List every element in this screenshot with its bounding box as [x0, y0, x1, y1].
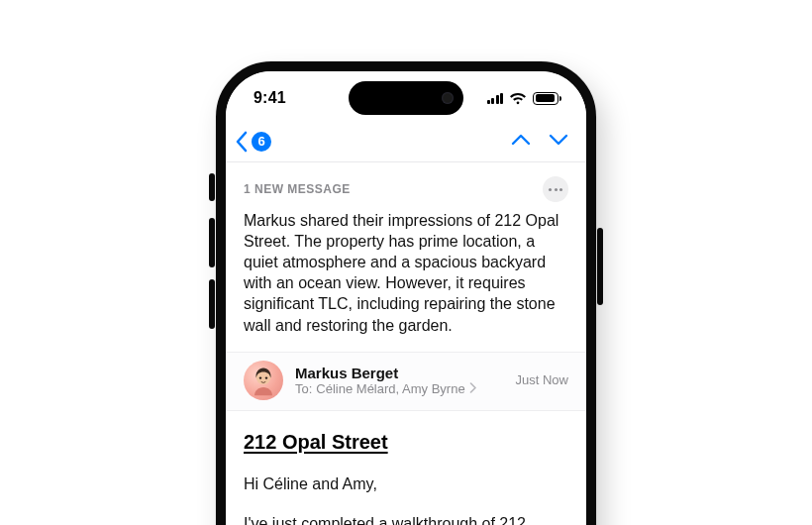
- sender-card[interactable]: Markus Berget To: Céline Mélard, Amy Byr…: [226, 352, 586, 411]
- email-body: 212 Opal Street Hi Céline and Amy, I've …: [226, 411, 586, 525]
- svg-point-2: [265, 376, 267, 378]
- mute-switch: [209, 173, 215, 201]
- message-content[interactable]: 1 NEW MESSAGE Markus shared their impres…: [226, 162, 586, 525]
- nav-bar: 6: [226, 121, 586, 162]
- volume-down-button: [209, 279, 215, 329]
- next-message-button[interactable]: [549, 133, 568, 151]
- summary-text: Markus shared their impressions of 212 O…: [244, 210, 568, 336]
- sender-name: Markus Berget: [295, 365, 504, 381]
- status-bar: 9:41: [226, 83, 586, 113]
- back-button[interactable]: [232, 128, 250, 156]
- power-button: [597, 228, 603, 305]
- avatar[interactable]: [244, 361, 283, 400]
- cellular-icon: [487, 92, 504, 104]
- recipients-row[interactable]: To: Céline Mélard, Amy Byrne: [295, 381, 504, 396]
- phone-frame: 9:41 6: [216, 61, 596, 525]
- screen: 9:41 6: [226, 71, 586, 525]
- to-label: To:: [295, 381, 312, 396]
- recipients: Céline Mélard, Amy Byrne: [316, 381, 464, 396]
- summary-label: 1 NEW MESSAGE: [244, 182, 351, 196]
- email-greeting: Hi Céline and Amy,: [244, 473, 568, 495]
- unread-badge[interactable]: 6: [252, 132, 271, 152]
- chevron-right-icon: [469, 381, 476, 396]
- volume-up-button: [209, 218, 215, 267]
- battery-icon: [533, 92, 558, 105]
- summary-block: 1 NEW MESSAGE Markus shared their impres…: [226, 162, 586, 352]
- status-time: 9:41: [254, 89, 286, 107]
- message-time: Just Now: [516, 372, 568, 387]
- email-line: I've just completed a walkthrough of 212: [244, 513, 568, 525]
- more-button[interactable]: [543, 176, 568, 202]
- email-subject: 212 Opal Street: [244, 431, 568, 454]
- wifi-icon: [509, 92, 527, 105]
- svg-point-1: [259, 376, 261, 378]
- previous-message-button[interactable]: [511, 133, 531, 151]
